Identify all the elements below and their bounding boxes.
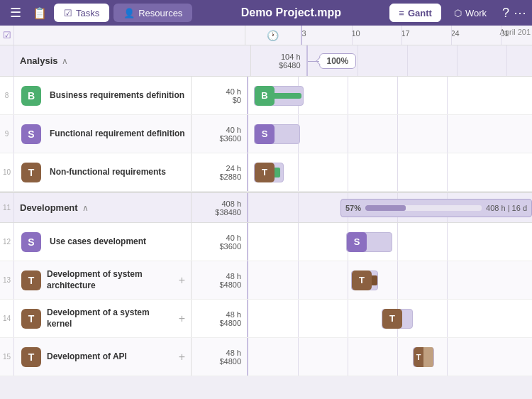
dev-percent: 57% — [345, 204, 361, 212]
task-12-name: Use cases development — [50, 236, 146, 248]
development-summary-bar: 57% 408 h | 16 d — [340, 199, 532, 217]
work-label: Work — [465, 8, 487, 18]
main-rows: Analysis ∧ 104 h $6480 100% — [0, 45, 532, 399]
task-row-13: 13 T Development of system architecture … — [0, 261, 532, 300]
task-14-cost: $4800 — [219, 319, 241, 327]
analysis-cost: $6480 — [279, 61, 301, 70]
resources-tab-label: Resources — [138, 8, 182, 18]
task-10-hours: 24 h — [226, 164, 241, 173]
task-row-8: 8 B Business requirements definition 40 … — [0, 77, 532, 115]
task-15-bar-badge: T — [414, 347, 423, 367]
analysis-collapse-icon[interactable]: ∧ — [62, 56, 68, 66]
development-label: Development — [20, 202, 78, 213]
task-row-9: 9 S Functional requirement definition 40… — [0, 115, 532, 153]
tasks-icon: ☑ — [64, 8, 72, 18]
project-title: Demo Project.mpp — [196, 6, 385, 19]
task-10-badge: T — [21, 163, 41, 182]
task-13-badge: T — [21, 270, 41, 290]
work-view-btn[interactable]: ⬡ Work — [445, 4, 495, 22]
task-8-hours: 40 h — [226, 87, 241, 96]
timeline-day-10: 10 — [352, 29, 360, 38]
help-icon[interactable]: ? — [502, 6, 509, 21]
task-13-name: Development of system architecture — [47, 269, 174, 291]
task-15-badge: T — [21, 347, 41, 367]
timeline-day-24: 24 — [451, 29, 460, 38]
menu-icon[interactable]: ☰ — [6, 5, 26, 21]
more-icon[interactable]: ⋯ — [514, 5, 526, 21]
task-9-hours: 40 h — [226, 126, 241, 134]
task-8-badge: B — [21, 86, 41, 106]
view-buttons: ≡ Gantt ⬡ Work — [389, 4, 495, 22]
task-10-name: Non-functional requirements — [50, 167, 166, 178]
gantt-view-btn[interactable]: ≡ Gantt — [389, 4, 441, 22]
task-15-cost: $4800 — [219, 357, 241, 366]
task-8-bar-badge: B — [255, 86, 275, 106]
app-container: ☰ 📋 ☑ Tasks 👤 Resources Demo Project.mpp… — [0, 0, 532, 399]
task-9-cost: $3600 — [219, 134, 241, 143]
development-cost: $38480 — [215, 208, 241, 217]
resources-tab[interactable]: 👤 Resources — [113, 4, 192, 22]
analysis-group-row: Analysis ∧ 104 h $6480 100% — [0, 45, 532, 77]
task-row-10: 10 T Non-functional requirements 24 h $2… — [0, 153, 532, 192]
gantt-label: Gantt — [408, 8, 432, 18]
task-9-badge: S — [21, 124, 41, 144]
dev-progress-bar — [365, 205, 406, 211]
task-13-hours: 48 h — [226, 272, 241, 280]
task-12-bar-badge: S — [347, 232, 367, 252]
task-10-cost: $2880 — [219, 173, 241, 181]
task-14-plus[interactable]: + — [176, 312, 188, 325]
tasks-tab-label: Tasks — [76, 8, 99, 18]
top-bar: ☰ 📋 ☑ Tasks 👤 Resources Demo Project.mpp… — [0, 0, 532, 26]
task-12-badge: S — [21, 232, 41, 252]
task-15-name: Development of API — [47, 351, 174, 363]
task-10-bar-badge: T — [255, 163, 275, 182]
select-all-check[interactable]: ☑ — [3, 30, 11, 40]
task-13-plus[interactable]: + — [176, 274, 188, 287]
development-collapse-icon[interactable]: ∧ — [82, 203, 89, 213]
task-13-progress — [372, 275, 377, 285]
analysis-hours: 104 h — [281, 53, 301, 61]
work-icon: ⬡ — [454, 8, 462, 18]
task-12-hours: 40 h — [226, 234, 241, 242]
development-group-row: 11 Development ∧ 408 h $38480 57% — [0, 192, 532, 223]
timeline-day-17: 17 — [401, 29, 410, 38]
task-13-bar-badge: T — [352, 270, 372, 290]
analysis-percent: 100% — [327, 56, 349, 66]
task-9-name: Functional requirement definition — [50, 129, 185, 140]
task-row-14: 14 T Development of a system kernel + 48… — [0, 300, 532, 338]
task-15-hours: 48 h — [226, 349, 241, 357]
task-9-bar-badge: S — [255, 124, 275, 144]
task-15-plus[interactable]: + — [176, 351, 188, 364]
task-row-15: 15 T Development of API + 48 h $4800 T — [0, 338, 532, 376]
task-10-progress — [275, 168, 280, 177]
analysis-label: Analysis — [20, 55, 57, 66]
header-area: ☑ 🕐 April 201 3 10 17 24 31 — [0, 26, 532, 45]
dev-bar-label: 408 h | 16 d — [486, 204, 527, 212]
task-14-fill — [402, 314, 411, 324]
timeline-day-31: 31 — [501, 29, 509, 38]
timeline-day-3: 3 — [302, 29, 306, 38]
tasks-tab[interactable]: ☑ Tasks — [54, 4, 109, 22]
task-15-fill — [423, 347, 433, 367]
task-row-12: 12 S Use cases development 40 h $3600 S — [0, 223, 532, 261]
task-14-bar-badge: T — [382, 309, 402, 329]
task-8-cost: $0 — [233, 96, 241, 104]
task-14-hours: 48 h — [226, 310, 241, 319]
development-hours: 408 h — [221, 200, 241, 208]
task-8-name: Business requirements definition — [50, 90, 184, 102]
task-13-cost: $4800 — [219, 280, 241, 289]
file-icon: 📋 — [30, 6, 50, 20]
task-8-progress — [275, 93, 301, 99]
clock-icon: 🕐 — [267, 30, 279, 41]
task-14-name: Development of a system kernel — [47, 307, 174, 329]
resources-icon: 👤 — [123, 8, 135, 18]
task-14-badge: T — [21, 309, 41, 329]
analysis-summary-balloon: 100% — [319, 53, 357, 69]
gantt-icon: ≡ — [399, 8, 404, 18]
task-12-cost: $3600 — [219, 242, 241, 251]
